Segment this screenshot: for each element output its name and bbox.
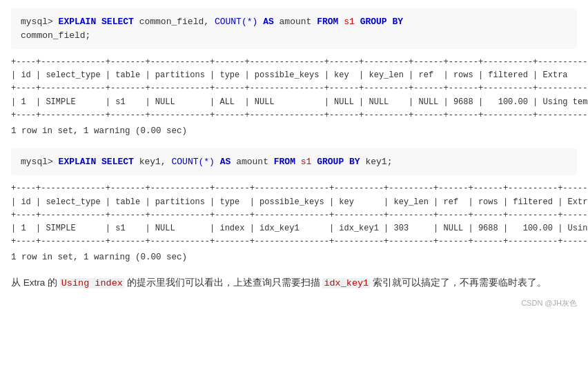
sql-section-2: mysql> EXPLAIN SELECT key1, COUNT(*) AS … [11,148,577,262]
prompt-1: mysql> [21,17,59,27]
sql-command-1: mysql> EXPLAIN SELECT common_field, COUN… [11,8,577,49]
row-info-2: 1 row in set, 1 warning (0.00 sec) [11,253,577,262]
alias-amount-1: amount [280,17,312,27]
sql-section-1: mysql> EXPLAIN SELECT common_field, COUN… [11,8,577,136]
keyword-from-1: FROM [317,17,338,27]
keyword-group-2: GROUP BY [317,157,360,167]
field-common: common_field, [139,17,209,27]
keyword-as-2: AS [220,157,231,167]
table-s1-2: s1 [301,157,312,167]
code-using-index: Using index [60,278,124,288]
row-info-1: 1 row in set, 1 warning (0.00 sec) [11,126,577,136]
fn-count-1: COUNT(*) [215,17,257,27]
footer-label: CSDN @JH灰色 [11,298,577,308]
fn-count-2: COUNT(*) [171,157,214,167]
alias-amount-2: amount [236,157,268,167]
keyword-explain-1: EXPLAIN [59,17,97,27]
keyword-from-2: FROM [274,157,295,167]
keyword-group-1: GROUP BY [360,17,403,27]
keyword-as-1: AS [263,17,274,27]
explanation-text: 从 Extra 的 Using index 的提示里我们可以看出，上述查询只需要… [11,275,577,292]
sql-command-2: mysql> EXPLAIN SELECT key1, COUNT(*) AS … [11,148,577,176]
table-s1-1: s1 [344,17,355,27]
field-key1: key1, [139,157,166,167]
prompt-2: mysql> [21,157,59,167]
result-table-1: +----+-------------+-------+------------… [11,56,577,122]
field-key1-2: key1; [365,157,392,167]
keyword-select-2: SELECT [101,157,134,167]
keyword-explain-2: EXPLAIN [59,157,97,167]
result-table-2: +----+-------------+-------+------------… [11,182,577,248]
field-common-2: common_field; [21,30,90,41]
keyword-select-1: SELECT [101,17,134,27]
code-idx-key1: idx_key1 [322,278,370,288]
